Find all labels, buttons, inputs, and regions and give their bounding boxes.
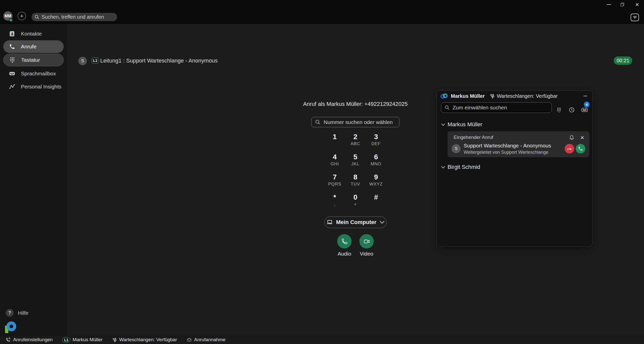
keypad: 1 2ABC 3DEF 4GHI 5JKL 6MNO 7PQRS 8TUV 9W…	[324, 133, 386, 213]
restore-icon	[621, 3, 624, 6]
call-settings-label: Anrufeinstellungen	[13, 337, 53, 342]
dial-search-input[interactable]	[324, 119, 396, 125]
add-button[interactable]: +	[18, 12, 26, 20]
incoming-call-title: Support Warteschlange - Anonymous	[464, 143, 551, 149]
clock-icon	[569, 107, 575, 113]
voicemail-icon	[9, 70, 16, 77]
call-control-popup: Markus Müller Warteschlangen: Verfügbar	[436, 90, 593, 247]
insights-icon	[9, 83, 16, 90]
incoming-call-label: Eingehender Anruf	[454, 135, 493, 140]
device-selector[interactable]: Mein Computer	[324, 216, 387, 228]
key-6[interactable]: 6MNO	[366, 153, 386, 173]
mute-ring-button[interactable]	[568, 134, 575, 141]
sidebar-label: Anrufe	[21, 44, 37, 50]
phone-icon	[9, 44, 16, 50]
voicemail-count-badge: 4	[584, 102, 590, 107]
key-2[interactable]: 2ABC	[345, 133, 366, 153]
sidebar-item-anrufe[interactable]: Anrufe	[3, 40, 64, 53]
window-minimize-button[interactable]	[603, 0, 614, 9]
status-bar: Anrufeinstellungen L1 Markus Müller Wart…	[0, 335, 644, 344]
call-duration-badge: 00:21	[614, 56, 632, 65]
help-label: Hilfe	[18, 310, 28, 316]
help-icon: ?	[6, 309, 14, 317]
popup-dialpad-button[interactable]	[554, 105, 563, 114]
top-bar: MM + ✕	[0, 0, 644, 24]
sidebar-label: Tastatur	[21, 57, 40, 63]
video-call-button[interactable]	[359, 234, 374, 248]
call-pickup-label: Anrufannahme	[194, 337, 226, 342]
key-hash[interactable]: #	[366, 193, 386, 213]
search-icon	[315, 119, 320, 125]
video-camera-icon	[363, 238, 370, 244]
sidebar-item-personal-insights[interactable]: Personal Insights	[3, 80, 64, 93]
window-restore-button[interactable]	[617, 0, 628, 9]
dialpad-icon	[557, 107, 561, 113]
popup-search-input[interactable]	[453, 105, 548, 111]
sidebar-label: Sprachmailbox	[21, 71, 56, 77]
key-7[interactable]: 7PQRS	[324, 173, 345, 193]
key-3[interactable]: 3DEF	[366, 133, 386, 153]
popup-minimize-button[interactable]	[582, 93, 589, 99]
caller-avatar: S	[452, 144, 461, 153]
dismiss-call-button[interactable]: ✕	[579, 134, 586, 141]
queue-status-label: Warteschlangen: Verfügbar	[119, 337, 177, 342]
decline-call-button[interactable]	[565, 144, 574, 153]
call-as-label: Anruf als Markus Müller: +4922129242025	[286, 101, 425, 107]
search-icon	[445, 105, 450, 110]
popup-header: Markus Müller Warteschlangen: Verfügbar	[437, 90, 593, 102]
phone-icon	[578, 146, 583, 151]
line-selector[interactable]: L1 Markus Müller	[62, 337, 103, 342]
connect-to-device-button[interactable]	[631, 14, 639, 21]
device-label: Mein Computer	[336, 219, 376, 226]
call-settings-button[interactable]: Anrufeinstellungen	[6, 337, 53, 342]
key-8[interactable]: 8TUV	[345, 173, 366, 193]
help-button[interactable]: ? Hilfe	[6, 309, 28, 317]
sidebar-item-sprachmailbox[interactable]: Sprachmailbox	[3, 67, 64, 80]
webex-logo	[440, 93, 448, 99]
dial-search[interactable]	[311, 117, 399, 127]
window-close-button[interactable]: ✕	[632, 0, 643, 9]
hang-up-icon	[567, 146, 572, 151]
key-9[interactable]: 9WXYZ	[366, 173, 386, 193]
queue-icon	[112, 337, 117, 342]
popup-search[interactable]	[441, 102, 552, 113]
audio-call-button[interactable]	[337, 234, 352, 248]
queue-status-button[interactable]: Warteschlangen: Verfügbar	[112, 337, 177, 342]
chevron-down-icon	[380, 221, 385, 224]
sidebar-label: Personal Insights	[21, 84, 61, 90]
contacts-icon	[9, 30, 16, 37]
key-1[interactable]: 1	[324, 133, 345, 153]
handset-pickup-icon	[187, 337, 192, 342]
key-0[interactable]: 0+	[345, 193, 366, 213]
global-search-input[interactable]	[42, 14, 114, 20]
phone-settings-icon	[6, 337, 11, 342]
line-badge: L1	[62, 337, 70, 342]
key-4[interactable]: 4GHI	[324, 153, 345, 173]
key-5[interactable]: 5JKL	[345, 153, 366, 173]
popup-recents-button[interactable]	[567, 105, 576, 114]
active-call-banner[interactable]: S L1 Leitung1 : Support Warteschlange - …	[67, 24, 644, 57]
search-icon	[35, 15, 39, 19]
dialpad-icon	[9, 57, 16, 63]
global-search[interactable]	[31, 13, 117, 21]
voicemail-icon	[581, 107, 588, 112]
accept-call-button[interactable]	[576, 144, 585, 153]
popup-section-markus[interactable]: Markus Müller	[442, 121, 482, 128]
incoming-call-subtitle: Weitergeleitet von Support Warteschlange	[464, 150, 548, 155]
popup-queue-status[interactable]: Warteschlangen: Verfügbar	[490, 93, 558, 99]
sidebar-item-kontakte[interactable]: Kontakte	[3, 27, 64, 40]
key-star[interactable]: *,	[324, 193, 345, 213]
incoming-call-card: Eingehender Anruf ✕ S Support Warteschla…	[448, 131, 589, 157]
section-name: Markus Müller	[448, 121, 482, 128]
bell-icon	[569, 135, 574, 140]
line-badge: L1	[91, 57, 99, 64]
wireless-share-icon	[632, 15, 637, 19]
queue-icon	[490, 93, 495, 99]
chevron-down-icon	[441, 122, 445, 126]
line-user-label: Markus Müller	[73, 337, 103, 342]
call-pickup-button[interactable]: Anrufannahme	[187, 337, 226, 342]
video-label: Video	[359, 251, 374, 257]
popup-section-birgit[interactable]: Birgit Schmid	[442, 164, 480, 170]
call-title: Leitung1 : Support Warteschlange - Anony…	[100, 57, 218, 64]
sidebar-item-tastatur[interactable]: Tastatur	[3, 54, 64, 66]
